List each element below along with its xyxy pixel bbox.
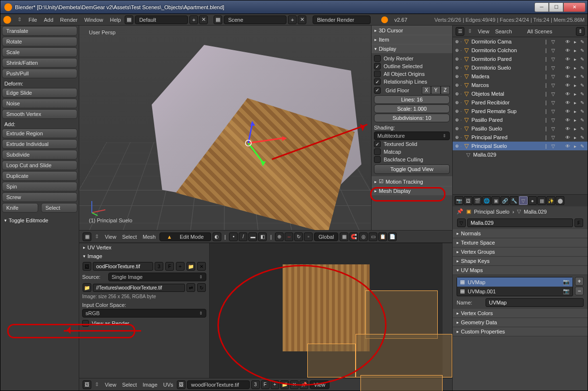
- viewport-shading-icon[interactable]: ◐: [213, 232, 221, 241]
- panel-uv-maps[interactable]: UV Maps: [453, 266, 588, 275]
- uvmap-item-0[interactable]: ▦UVMap📷: [457, 277, 573, 287]
- tool-extrude-individual[interactable]: Extrude Individual: [2, 139, 77, 149]
- uvmap-remove-button[interactable]: −: [575, 287, 584, 295]
- outliner-row[interactable]: ⊕···▽Dormitorio Suelo|▽👁▸✎: [453, 63, 588, 72]
- panel-display[interactable]: Display: [372, 44, 452, 53]
- axis-x-toggle[interactable]: X: [422, 86, 431, 94]
- tool-duplicate[interactable]: Duplicate: [2, 171, 77, 181]
- back-to-previous-icon[interactable]: ▦: [125, 15, 133, 24]
- paste-icon[interactable]: 📄: [388, 232, 397, 241]
- transform-manipulator[interactable]: [248, 124, 287, 162]
- panel-uv-vertex[interactable]: UV Vertex: [79, 243, 209, 252]
- tab-texture[interactable]: ▦: [537, 196, 546, 205]
- breadcrumb-mesh[interactable]: Malla.029: [524, 209, 547, 215]
- tool-screw[interactable]: Screw: [2, 192, 77, 202]
- editor-type-icon[interactable]: ▦: [83, 232, 91, 241]
- menu-file[interactable]: File: [25, 17, 41, 23]
- outliner-editor-icon[interactable]: ☰: [456, 27, 464, 36]
- uvmap-add-button[interactable]: +: [575, 277, 584, 286]
- tool-scale[interactable]: Scale: [2, 47, 77, 57]
- pin-icon[interactable]: 📌: [457, 208, 463, 215]
- panel-3d-cursor[interactable]: 3D Cursor: [372, 26, 452, 35]
- mode-dropdown[interactable]: ▲Edit Mode: [159, 232, 211, 241]
- tool-edge-slide[interactable]: Edge Slide: [2, 88, 77, 98]
- panel-item[interactable]: Item: [372, 35, 452, 44]
- editor-type-image-icon[interactable]: 🖼: [83, 380, 91, 389]
- filepath-relative-icon[interactable]: ⇄: [186, 283, 195, 292]
- add-scene-icon[interactable]: +: [288, 15, 297, 24]
- outliner-row[interactable]: ⊕···▽Dormitorio Colchon|▽👁▸✎: [453, 46, 588, 55]
- tool-translate[interactable]: Translate: [2, 26, 77, 36]
- uv-viewport[interactable]: [210, 243, 443, 378]
- uvmap-name-field[interactable]: UVMap: [486, 298, 584, 307]
- uv-open-image-icon[interactable]: 📁: [280, 380, 289, 389]
- check-relationship-lines[interactable]: Relationship Lines: [374, 78, 450, 86]
- manipulator-scale-icon[interactable]: ▫: [304, 232, 313, 241]
- outliner-row[interactable]: ⊕···▽Madera|▽👁▸✎: [453, 72, 588, 81]
- fake-user-toggle[interactable]: F: [165, 262, 174, 271]
- check-only-render[interactable]: Only Render: [374, 55, 450, 62]
- vert-select-icon[interactable]: •: [229, 232, 238, 241]
- colorspace-dropdown[interactable]: sRGB: [82, 309, 206, 318]
- uv-image-browse-icon[interactable]: 🖼: [177, 380, 186, 389]
- check-grid-floor[interactable]: [374, 87, 381, 94]
- menu-add[interactable]: Add: [41, 17, 57, 23]
- source-dropdown[interactable]: Single Image: [108, 273, 206, 281]
- tool-rotate[interactable]: Rotate: [2, 37, 77, 46]
- image-browse-icon[interactable]: 🖼: [83, 262, 91, 271]
- tool-push-pull[interactable]: Push/Pull: [2, 69, 77, 78]
- menu-window[interactable]: Window: [81, 17, 106, 23]
- tool-knife-select[interactable]: Select: [41, 203, 77, 213]
- open-image-icon[interactable]: 📁: [186, 262, 195, 271]
- tool-shrink-fatten[interactable]: Shrink/Fatten: [2, 58, 77, 68]
- tab-modifiers[interactable]: 🔧: [510, 196, 518, 205]
- uv-fake-user[interactable]: F: [261, 380, 270, 389]
- outliner-row[interactable]: ⊕···▽Dormitorio Cama|▽👁▸✎: [453, 37, 588, 46]
- axis-z-toggle[interactable]: Z: [441, 86, 450, 94]
- tab-world[interactable]: 🌐: [482, 196, 491, 205]
- outliner-row[interactable]: ⊕···▽Objetos Metal|▽👁▸✎: [453, 89, 588, 98]
- tab-material[interactable]: ●: [528, 196, 537, 205]
- mesh-name-field[interactable]: Malla.029: [467, 218, 573, 227]
- view3d-menu-view[interactable]: View: [102, 234, 119, 240]
- panel-normals[interactable]: Normals: [453, 229, 588, 238]
- tab-render-layers[interactable]: 🖼: [464, 196, 473, 205]
- manipulator-rot-icon[interactable]: ↻: [294, 232, 303, 241]
- uvmap-item-1[interactable]: ▦UVMap.001📷: [457, 287, 573, 296]
- uv-menu-image[interactable]: Image: [140, 382, 160, 388]
- copy-icon[interactable]: 📋: [378, 232, 387, 241]
- uv-pin-icon[interactable]: 📌: [300, 380, 308, 389]
- new-image-icon[interactable]: +: [176, 262, 185, 271]
- outliner-row[interactable]: ⊕···▽Principal Pared|▽👁▸✎: [453, 133, 588, 142]
- tab-scene[interactable]: 🎬: [473, 196, 482, 205]
- view3d-menu-mesh[interactable]: Mesh: [140, 234, 158, 240]
- pivot-icon[interactable]: ⊕: [275, 232, 284, 241]
- tab-object-data[interactable]: ▽: [519, 196, 528, 205]
- scene-field[interactable]: Scene: [224, 15, 287, 24]
- render-border-icon[interactable]: ▭: [369, 232, 377, 241]
- tab-particles[interactable]: ✨: [546, 196, 555, 205]
- grid-lines-field[interactable]: Lines: 16: [374, 95, 450, 104]
- panel-vertex-colors[interactable]: Vertex Colors: [453, 309, 588, 318]
- outliner-row[interactable]: ⊕···▽Pasillo Pared|▽👁▸✎: [453, 116, 588, 124]
- remove-layout-icon[interactable]: ✕: [199, 15, 208, 24]
- tab-constraints[interactable]: 🔗: [501, 196, 509, 205]
- tab-physics[interactable]: ⬤: [556, 196, 564, 205]
- tool-extrude-region[interactable]: Extrude Region: [2, 129, 77, 138]
- outliner-row[interactable]: ⊕···▽Pasillo Suelo|▽👁▸✎: [453, 124, 588, 133]
- uv-menu-uvs[interactable]: UVs: [160, 382, 176, 388]
- mesh-fake-user[interactable]: F: [574, 218, 583, 227]
- panel-texture-space[interactable]: Texture Space: [453, 238, 588, 247]
- prop-edit-icon[interactable]: ◎: [359, 232, 368, 241]
- tool-knife[interactable]: Knife: [2, 203, 38, 213]
- outliner-row[interactable]: ⊕···▽Pared Remate Sup|▽👁▸✎: [453, 107, 588, 116]
- view3d-menu-select[interactable]: Select: [119, 234, 140, 240]
- outliner-row[interactable]: ⊕···▽Dormitorio Pared|▽👁▸✎: [453, 55, 588, 63]
- image-name-field[interactable]: oodFloorTexture.tif: [93, 262, 153, 271]
- remove-scene-icon[interactable]: ✕: [298, 15, 306, 24]
- layers-icon[interactable]: ▦: [340, 232, 348, 241]
- render-engine-dropdown[interactable]: Blender Render: [313, 15, 371, 24]
- limit-selection-icon[interactable]: ◧: [258, 232, 267, 241]
- toggle-quad-view-button[interactable]: Toggle Quad View: [374, 164, 450, 174]
- mesh-browse-icon[interactable]: ▽: [457, 218, 466, 227]
